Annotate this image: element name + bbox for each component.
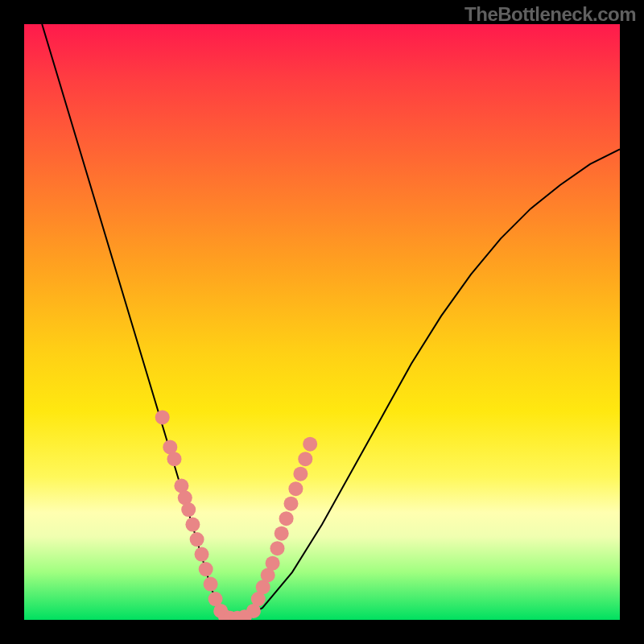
curve-marker [266,556,280,571]
curve-marker [303,437,317,452]
curve-marker [155,410,170,424]
curve-marker [204,577,218,592]
curve-marker [270,541,285,555]
chart-frame: TheBottleneck.com [0,0,644,644]
curve-marker [195,547,209,562]
curve-marker [181,502,196,517]
curve-marker [190,532,204,547]
curve-marker [279,511,294,526]
plot-svg [24,24,620,620]
curve-markers [155,410,318,620]
curve-marker [167,452,182,466]
curve-marker [288,481,303,496]
curve-marker [199,562,213,576]
curve-marker [275,526,289,541]
curve-marker [185,518,200,532]
watermark-text: TheBottleneck.com [464,3,636,26]
bottleneck-curve [42,24,620,620]
curve-marker [293,467,308,481]
curve-marker [284,497,299,511]
plot-area [24,24,620,620]
curve-marker [298,452,312,466]
